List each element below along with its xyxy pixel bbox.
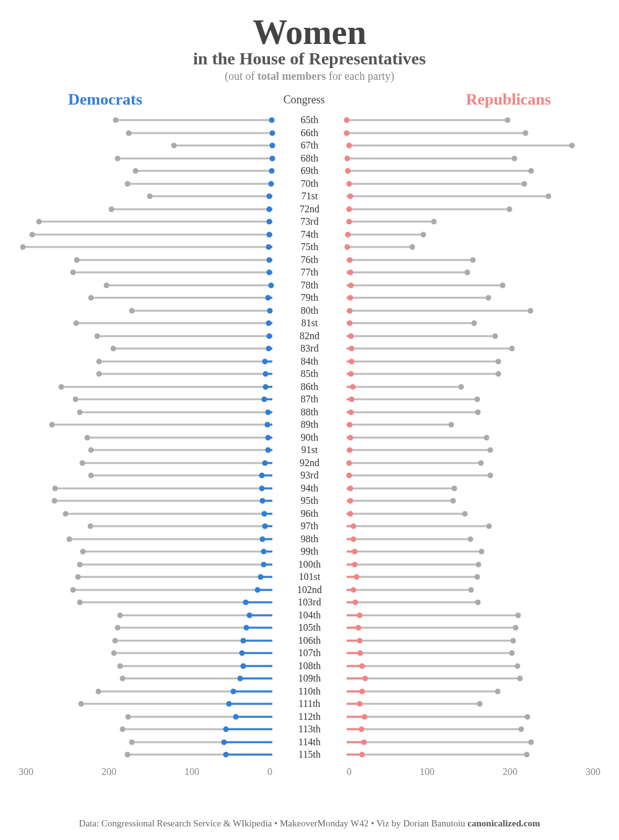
rep-total-dot (475, 409, 481, 415)
dem-women-dot (243, 625, 249, 631)
rep-total-bar (347, 272, 467, 274)
rep-women-dot (359, 727, 365, 732)
chart-row: 66th (19, 127, 600, 140)
dem-side (19, 457, 272, 470)
chart-row: 70th (19, 178, 600, 191)
chart-row: 78th (19, 279, 600, 292)
dem-side (19, 736, 272, 749)
rep-women-dot (346, 181, 352, 186)
dem-total-bar (90, 526, 272, 527)
chart-row: 80th (19, 305, 600, 318)
congress-label: 108th (272, 660, 347, 672)
dem-total-dot (88, 295, 93, 301)
rep-side (347, 558, 600, 571)
dem-women-dot (267, 257, 272, 262)
chart-row: 97th (19, 520, 600, 533)
dem-women-dot (269, 168, 274, 174)
dem-total-dot (112, 638, 118, 643)
chart-row: 83rd (19, 342, 600, 355)
rep-total-bar (347, 602, 478, 604)
dem-women-dot (239, 651, 245, 656)
congress-label: 112th (272, 711, 347, 722)
dem-women-bar (240, 678, 272, 680)
dem-women-dot (267, 194, 272, 199)
dem-side (19, 647, 272, 660)
rep-women-dot (349, 358, 355, 364)
congress-label: 105th (272, 622, 347, 633)
dem-total-dot (125, 752, 131, 758)
rep-total-bar (347, 513, 465, 514)
rep-women-dot (361, 739, 366, 745)
rep-women-dot (348, 435, 353, 440)
rep-side (347, 469, 600, 482)
title: Women (19, 12, 600, 52)
subnote-bold: total members (258, 70, 326, 82)
rep-total-dot (506, 206, 512, 212)
dem-women-bar (246, 627, 272, 629)
dem-total-bar (55, 487, 272, 489)
dem-women-dot (268, 181, 274, 186)
dem-total-dot (88, 448, 93, 453)
rep-total-dot (421, 232, 426, 237)
chart-row: 98th (19, 533, 600, 546)
dem-total-dot (147, 194, 153, 199)
rep-total-dot (487, 448, 493, 453)
dem-total-bar (129, 132, 272, 134)
rep-total-dot (513, 625, 518, 631)
congress-label: 115th (272, 749, 347, 760)
dem-side (19, 228, 272, 241)
rep-total-dot (492, 333, 498, 339)
axis-tick: 0 (267, 766, 272, 777)
congress-label: 87th (272, 394, 347, 405)
dem-total-bar (73, 272, 272, 274)
rep-total-bar (347, 196, 548, 197)
dem-total-dot (126, 130, 132, 136)
rep-side (347, 418, 600, 431)
dem-total-bar (23, 246, 272, 248)
dem-total-dot (129, 739, 135, 745)
rep-women-dot (346, 219, 352, 225)
congress-label: 73rd (272, 216, 347, 227)
rep-women-dot (347, 257, 352, 262)
dem-side (19, 406, 272, 419)
dem-total-bar (106, 284, 272, 286)
dem-side (19, 241, 272, 254)
dem-total-dot (77, 409, 82, 415)
congress-label: 109th (272, 673, 347, 684)
dem-total-dot (80, 549, 85, 555)
dem-side (19, 114, 272, 127)
rep-total-bar (347, 500, 453, 502)
rep-women-dot (353, 574, 359, 580)
chart-row: 90th (19, 431, 600, 444)
rep-side (347, 305, 600, 318)
dem-total-dot (63, 511, 68, 516)
chart-row: 115th (19, 748, 600, 761)
rep-side (347, 647, 600, 660)
dem-women-bar (249, 614, 272, 616)
chart-row: 86th (19, 381, 600, 394)
chart-row: 109th (19, 672, 600, 685)
rep-women-dot (346, 473, 352, 478)
dem-side (19, 342, 272, 355)
dem-total-bar (97, 335, 272, 337)
rep-total-dot (475, 574, 480, 580)
rep-side (347, 571, 600, 584)
dem-women-dot (267, 308, 273, 313)
rep-side (347, 393, 600, 406)
congress-label: 99th (272, 546, 347, 557)
rep-total-bar (347, 221, 434, 223)
rep-total-dot (527, 308, 533, 313)
rep-women-dot (345, 245, 350, 250)
rep-total-bar (347, 310, 530, 311)
congress-label: 75th (272, 241, 347, 253)
rep-women-dot (345, 155, 350, 161)
dem-side (19, 558, 272, 571)
dem-total-dot (58, 384, 64, 389)
chart-row: 95th (19, 495, 600, 508)
dem-total-dot (115, 155, 121, 161)
rep-women-dot (346, 143, 352, 149)
rep-women-dot (357, 612, 362, 618)
rep-women-dot (348, 282, 354, 288)
footer-text: Data: Congressional Research Service & W… (79, 818, 468, 828)
rep-total-bar (347, 373, 498, 375)
